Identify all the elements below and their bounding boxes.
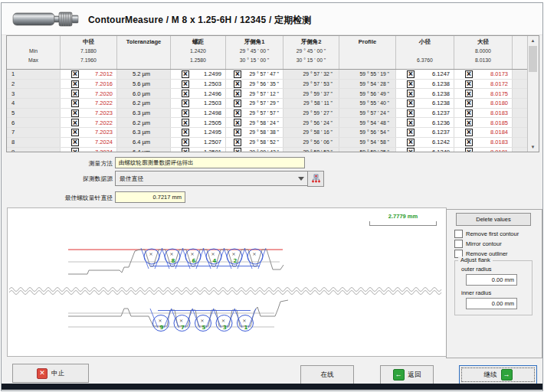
measure-checkbox[interactable] <box>465 109 473 117</box>
measure-checkbox[interactable] <box>407 119 415 126</box>
measure-checkbox[interactable] <box>234 129 241 136</box>
measure-checkbox[interactable] <box>182 80 189 88</box>
wire-number: 8 <box>172 258 175 264</box>
table-row[interactable]: 47.20226.2 µm1.250329 ° 57 ' 29 "29 ° 58… <box>7 99 528 109</box>
cell-major-diameter: 8.0173 <box>454 70 513 79</box>
table-row[interactable]: 67.20226.2 µm1.250529 ° 58 ' 24 "29 ° 56… <box>7 118 528 128</box>
row-number: 7 <box>7 128 61 137</box>
remove-first-contour-checkbox[interactable] <box>454 230 463 238</box>
method-field[interactable]: 由螺纹轮廓测量数据评估得出 <box>115 157 305 168</box>
cell-major-diameter: 8.0172 <box>454 80 513 89</box>
measure-checkbox[interactable] <box>71 70 79 78</box>
cell-pitch-diameter: 7.2022 <box>61 99 117 108</box>
mirror-contour-row[interactable]: Mirror contour <box>454 240 502 248</box>
measure-checkbox[interactable] <box>234 70 241 78</box>
measure-checkbox[interactable] <box>71 100 79 107</box>
arrow-right-icon: → <box>501 369 513 381</box>
online-button[interactable]: 在线 <box>300 365 354 384</box>
measure-checkbox[interactable] <box>182 148 189 152</box>
measure-checkbox[interactable] <box>234 148 241 152</box>
contour-chart-panel[interactable]: ××8×6×4×2× ×9×7×5×3×1 2.7779 mm <box>7 207 447 357</box>
wire-x-mark: × <box>149 251 152 257</box>
wire-diameter-field[interactable]: 0.7217 mm <box>115 191 185 203</box>
abort-button[interactable]: ✕ 中止 <box>12 364 89 383</box>
checkbox-label: Mirror contour <box>466 240 502 247</box>
delete-values-button[interactable]: Delete values <box>456 213 531 226</box>
measure-checkbox[interactable] <box>465 90 473 97</box>
measure-checkbox[interactable] <box>234 100 241 107</box>
remove-first-contour-row[interactable]: Remove first contour <box>454 230 519 238</box>
thread-gauge-icon <box>12 9 83 32</box>
measure-checkbox[interactable] <box>182 90 189 97</box>
cell-pitch-diameter: 7.2023 <box>61 128 117 137</box>
measure-checkbox[interactable] <box>182 100 189 107</box>
table-row[interactable]: 17.20125.2 µm1.249929 ° 57 ' 47 "29 ° 57… <box>7 70 528 80</box>
measure-checkbox[interactable] <box>71 90 79 97</box>
table-row[interactable]: 57.20236.3 µm1.249829 ° 57 ' 57 "29 ° 59… <box>7 109 528 119</box>
cell-flank-angle-1: 29 ° 56 ' 35 " <box>226 80 283 89</box>
measure-checkbox[interactable] <box>407 129 415 136</box>
measure-checkbox[interactable] <box>234 119 241 126</box>
measure-checkbox[interactable] <box>71 129 79 136</box>
flank-fit-line <box>192 309 200 328</box>
cell-minor-diameter: 6.1238 <box>396 89 454 98</box>
mirror-contour-checkbox[interactable] <box>454 240 463 248</box>
measure-checkbox[interactable] <box>465 119 473 126</box>
header-flank-angle-2: 牙侧角2 29 ° 45 ' 00 " 30 ° 15 ' 00 " <box>283 36 339 69</box>
measure-checkbox[interactable] <box>407 148 415 152</box>
measure-checkbox[interactable] <box>465 70 473 78</box>
measure-checkbox[interactable] <box>465 80 473 88</box>
measure-checkbox[interactable] <box>407 90 415 97</box>
cell-profile: 59 ° 55 ' 19 " <box>339 70 396 79</box>
measure-checkbox[interactable] <box>71 109 79 117</box>
measure-checkbox[interactable] <box>234 109 241 117</box>
inner-radius-field[interactable]: 0.00 mm <box>466 298 517 309</box>
measure-checkbox[interactable] <box>182 109 189 117</box>
measure-checkbox[interactable] <box>71 139 79 146</box>
table-scrollbar[interactable]: ▲ ▼ <box>527 36 539 152</box>
cell-flank-angle-2: 29 ° 59 ' 27 " <box>283 109 339 118</box>
flank-fit-line <box>164 309 172 328</box>
header-minmax: Min Max <box>7 36 61 69</box>
source-dropdown[interactable]: 最佳直径 <box>115 171 309 186</box>
measure-checkbox[interactable] <box>465 139 473 146</box>
wire-x-mark: × <box>179 318 183 324</box>
measure-checkbox[interactable] <box>234 80 241 88</box>
measure-checkbox[interactable] <box>182 119 189 126</box>
table-row[interactable]: 97.20246.4 µm1.250130 ° 00 ' 42 "29 ° 58… <box>7 148 528 152</box>
cell-pitch: 1.2499 <box>171 70 226 79</box>
measure-checkbox[interactable] <box>407 139 415 146</box>
flank-fit-line <box>185 309 193 328</box>
scroll-up-icon[interactable]: ▲ <box>528 36 538 45</box>
hierarchy-icon <box>311 174 321 184</box>
wire-number: 7 <box>181 325 185 331</box>
measure-checkbox[interactable] <box>407 109 415 117</box>
measure-checkbox[interactable] <box>465 100 473 107</box>
measure-checkbox[interactable] <box>407 100 415 107</box>
scrollbar-thumb[interactable] <box>529 46 537 72</box>
table-row[interactable]: 27.20165.6 µm1.250329 ° 56 ' 35 "29 ° 57… <box>7 80 528 90</box>
scroll-down-icon[interactable]: ▼ <box>528 142 538 152</box>
measure-checkbox[interactable] <box>71 148 79 152</box>
measure-checkbox[interactable] <box>465 148 473 152</box>
measure-checkbox[interactable] <box>234 139 241 146</box>
table-row[interactable]: 87.20246.4 µm1.250729 ° 58 ' 52 "29 ° 56… <box>7 138 528 148</box>
measure-checkbox[interactable] <box>182 129 189 136</box>
measure-checkbox[interactable] <box>71 119 79 126</box>
measure-checkbox[interactable] <box>407 70 415 78</box>
table-row[interactable]: 37.20206.0 µm1.249629 ° 57 ' 12 "29 ° 59… <box>7 89 528 99</box>
outer-radius-field[interactable]: 0.00 mm <box>466 274 517 286</box>
measure-checkbox[interactable] <box>182 139 189 146</box>
measure-checkbox[interactable] <box>234 90 241 97</box>
measure-checkbox[interactable] <box>71 80 79 88</box>
cell-pitch-diameter: 7.2024 <box>61 138 117 147</box>
data-source-tree-button[interactable] <box>307 171 324 187</box>
measure-checkbox[interactable] <box>182 70 189 78</box>
measure-checkbox[interactable] <box>407 80 415 88</box>
back-button[interactable]: ← 返回 <box>380 365 434 384</box>
cell-flank-angle-1: 29 ° 57 ' 47 " <box>226 70 283 79</box>
table-row[interactable]: 77.20236.3 µm1.249529 ° 58 ' 38 "29 ° 58… <box>7 128 528 138</box>
measure-checkbox[interactable] <box>465 129 473 136</box>
continue-button[interactable]: 继续 → <box>459 365 537 384</box>
chevron-down-icon <box>298 177 304 181</box>
